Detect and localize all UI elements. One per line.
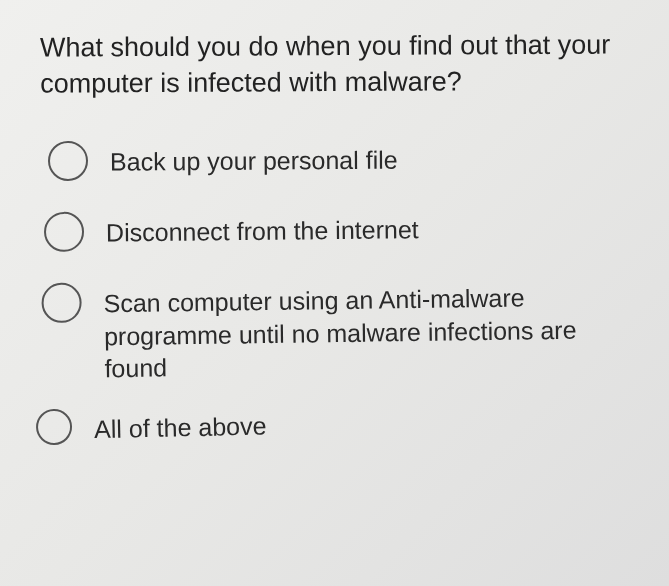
option-1[interactable]: Back up your personal file: [48, 137, 645, 181]
radio-icon[interactable]: [41, 282, 82, 323]
option-label: Back up your personal file: [110, 138, 398, 178]
option-2[interactable]: Disconnect from the internet: [44, 206, 641, 252]
radio-icon[interactable]: [44, 212, 84, 252]
radio-icon[interactable]: [36, 409, 73, 446]
radio-icon[interactable]: [48, 141, 88, 181]
option-label: Scan computer using an Anti-malware prog…: [103, 275, 639, 385]
question-text: What should you do when you find out tha…: [40, 26, 637, 102]
option-label: Disconnect from the internet: [106, 208, 419, 249]
option-4[interactable]: All of the above: [36, 397, 634, 447]
options-list: Back up your personal file Disconnect fr…: [40, 139, 637, 441]
option-label: All of the above: [94, 405, 267, 446]
option-3[interactable]: Scan computer using an Anti-malware prog…: [41, 275, 639, 386]
